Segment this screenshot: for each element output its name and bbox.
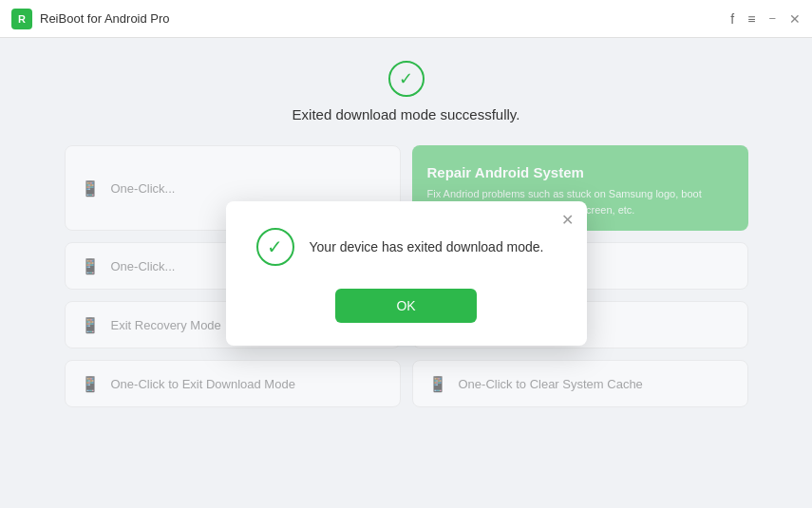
facebook-icon[interactable]: f	[730, 11, 734, 27]
dialog-footer: OK	[256, 289, 557, 323]
title-bar-left: R ReiBoot for Android Pro	[11, 9, 170, 29]
dialog-check-icon: ✓	[256, 228, 294, 266]
app-logo: R	[11, 9, 32, 29]
main-content: ✓ Exited download mode successfully. 📱 O…	[0, 38, 812, 508]
ok-button[interactable]: OK	[335, 289, 476, 323]
close-button[interactable]: ✕	[789, 11, 801, 27]
title-bar-right: f ≡ − ✕	[730, 11, 801, 27]
dialog-body: ✓ Your device has exited download mode.	[256, 228, 557, 266]
title-bar: R ReiBoot for Android Pro f ≡ − ✕	[0, 0, 812, 38]
success-dialog: ✕ ✓ Your device has exited download mode…	[226, 201, 587, 346]
dialog-message: Your device has exited download mode.	[310, 239, 544, 254]
app-title: ReiBoot for Android Pro	[40, 11, 170, 26]
menu-icon[interactable]: ≡	[747, 11, 755, 27]
dialog-close-button[interactable]: ✕	[561, 213, 574, 228]
minimize-button[interactable]: −	[768, 11, 776, 26]
dialog-overlay: ✕ ✓ Your device has exited download mode…	[0, 38, 812, 508]
